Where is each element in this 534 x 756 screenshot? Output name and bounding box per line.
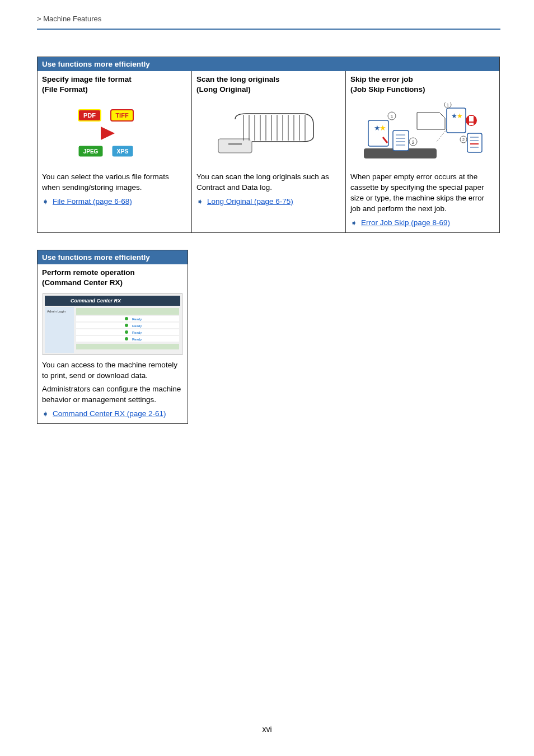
svg-text:Ready: Ready (132, 338, 142, 341)
arrow-icon: ➧ (42, 409, 49, 419)
arrow-icon: ➧ (196, 197, 204, 207)
title-line1: Specify image file format (42, 75, 132, 83)
arrow-icon: ➧ (350, 218, 358, 228)
svg-rect-6 (228, 143, 242, 145)
figure-skip-error: ★ ★ 1 2 (346, 97, 499, 170)
svg-text:2: 2 (462, 137, 465, 142)
xps-label: XPS (116, 148, 128, 155)
col-file-format: Specify image file format (File Format) … (38, 71, 191, 232)
arrow-icon: ➧ (42, 197, 49, 207)
svg-rect-54 (76, 308, 179, 315)
title-line1: Perform remote operation (42, 268, 135, 277)
svg-text:★: ★ (457, 112, 463, 120)
card-command-center: Use functions more efficiently Perform r… (37, 250, 188, 424)
svg-rect-39 (467, 133, 482, 152)
body-text: You can select the various file formats … (42, 172, 187, 193)
svg-marker-2 (101, 127, 115, 140)
title-line2: (Command Center RX) (42, 278, 123, 287)
body-text: When paper empty error occurs at the cas… (350, 172, 495, 214)
tiff-label: TIFF (115, 112, 128, 119)
title-line2: (File Format) (42, 85, 88, 94)
col-long-original: Scan the long originals (Long Original) (191, 71, 345, 232)
svg-point-61 (125, 324, 128, 327)
breadcrumb: > Machine Features (37, 15, 534, 23)
page-number: xvi (0, 725, 534, 734)
svg-point-59 (125, 317, 128, 320)
svg-rect-52 (45, 307, 74, 353)
svg-marker-32 (417, 113, 445, 129)
svg-point-65 (125, 337, 128, 340)
title-line2: (Long Original) (196, 85, 251, 94)
body-text: You can scan the long originals such as … (196, 172, 341, 193)
svg-rect-38 (469, 123, 474, 125)
svg-text:1: 1 (447, 102, 449, 108)
title-line2: (Job Skip Functions) (350, 85, 425, 94)
svg-rect-23 (393, 130, 409, 151)
svg-text:Ready: Ready (132, 318, 142, 321)
svg-text:Ready: Ready (132, 331, 142, 334)
pdf-label: PDF (83, 112, 96, 119)
card-header: Use functions more efficiently (38, 250, 188, 264)
title-line1: Scan the long originals (196, 75, 280, 83)
jpeg-label: JPEG (83, 148, 98, 155)
body-text-2: Administrators can configure the machine… (42, 384, 183, 405)
svg-rect-5 (218, 139, 252, 153)
svg-text:Admin Login: Admin Login (47, 310, 65, 313)
link-command-center[interactable]: Command Center RX (page 2-61) (53, 409, 166, 419)
link-long-original[interactable]: Long Original (page 6-75) (207, 197, 293, 207)
svg-line-48 (437, 129, 447, 142)
svg-rect-37 (469, 116, 474, 122)
card-efficiency-row1: Use functions more efficiently Specify i… (37, 57, 500, 233)
figure-command-center: Command Center RX Admin Login Ready Read… (38, 291, 188, 358)
svg-point-63 (125, 330, 128, 334)
svg-text:2: 2 (411, 139, 414, 145)
title-line1: Skip the error job (350, 75, 413, 83)
svg-text:Command Center RX: Command Center RX (71, 298, 121, 304)
card-header: Use functions more efficiently (38, 57, 499, 71)
svg-text:Ready: Ready (132, 324, 142, 328)
col-skip-error: Skip the error job (Job Skip Functions) … (345, 71, 499, 232)
svg-rect-67 (76, 344, 179, 349)
link-file-format[interactable]: File Format (page 6-68) (53, 197, 132, 207)
svg-text:★: ★ (380, 124, 386, 132)
body-text-1: You can access to the machine remotely t… (42, 360, 183, 381)
svg-text:1: 1 (390, 114, 393, 119)
figure-long-original (192, 97, 345, 170)
figure-file-format: PDF TIFF JPEG XPS (38, 97, 191, 170)
link-error-skip[interactable]: Error Job Skip (page 8-69) (361, 218, 450, 228)
